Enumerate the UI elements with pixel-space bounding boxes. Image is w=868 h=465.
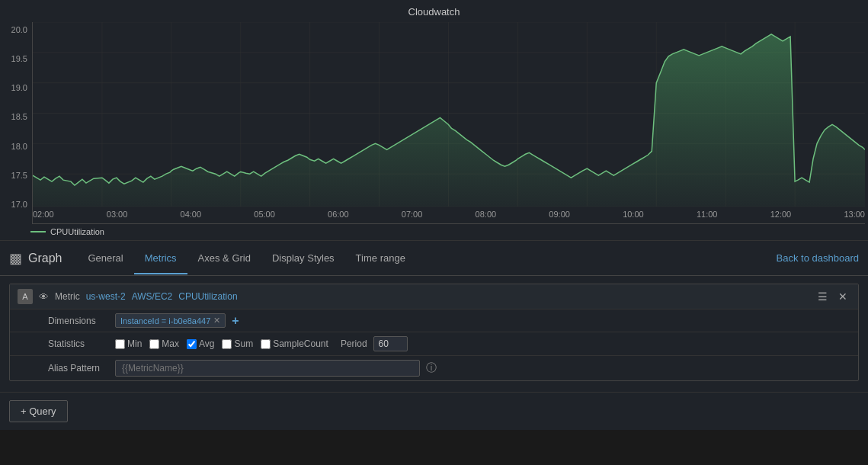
tab-metrics[interactable]: Metrics bbox=[134, 243, 187, 274]
statistics-row: Statistics Min Max Avg bbox=[10, 332, 858, 355]
tabs-bar: ▩ Graph General Metrics Axes & Grid Disp… bbox=[0, 241, 868, 276]
tab-general[interactable]: General bbox=[77, 243, 133, 274]
stat-avg: Avg bbox=[187, 338, 214, 349]
chart-area bbox=[33, 34, 865, 207]
bar-chart-icon: ▩ bbox=[9, 250, 22, 267]
x-axis: 02:00 03:00 04:00 05:00 06:00 07:00 08:0… bbox=[33, 207, 865, 223]
alias-input[interactable] bbox=[115, 360, 420, 377]
dimensions-label: Dimensions bbox=[48, 316, 109, 326]
back-to-dashboard-link[interactable]: Back to dashboard bbox=[777, 252, 859, 264]
metric-header: A 👁 Metric us-west-2 AWS/EC2 CPUUtilizat… bbox=[10, 284, 858, 309]
alias-label: Alias Pattern bbox=[48, 363, 109, 374]
metric-remove-button[interactable]: ✕ bbox=[835, 289, 850, 304]
stat-samplecount: SampleCount bbox=[261, 338, 328, 349]
chart-title: Cloudwatch bbox=[0, 6, 868, 18]
tab-axes-grid[interactable]: Axes & Grid bbox=[187, 243, 261, 274]
dimensions-row: Dimensions InstanceId = i-b0e8a447 ✕ + bbox=[10, 309, 858, 332]
chart-inner: 20.0 19.5 19.0 18.5 18.0 17.5 17.0 bbox=[0, 22, 868, 224]
metric-namespace[interactable]: AWS/EC2 bbox=[132, 291, 173, 302]
legend-color-indicator bbox=[30, 231, 46, 232]
stat-min-checkbox[interactable] bbox=[115, 339, 125, 349]
tab-time-range[interactable]: Time range bbox=[345, 243, 416, 274]
visibility-toggle-icon[interactable]: 👁 bbox=[39, 291, 49, 303]
metric-metric-name[interactable]: CPUUtilization bbox=[178, 291, 237, 302]
tab-display-styles[interactable]: Display Styles bbox=[261, 243, 345, 274]
graph-title-area: ▩ Graph bbox=[9, 250, 62, 267]
stat-sum-label: Sum bbox=[234, 338, 253, 349]
stat-max-checkbox[interactable] bbox=[149, 339, 159, 349]
chart-plot: 02:00 03:00 04:00 05:00 06:00 07:00 08:0… bbox=[32, 22, 865, 224]
stat-sum-checkbox[interactable] bbox=[222, 339, 232, 349]
metric-header-label: Metric bbox=[55, 291, 80, 302]
dimension-tag: InstanceId = i-b0e8a447 ✕ bbox=[115, 313, 226, 328]
stat-min: Min bbox=[115, 338, 142, 349]
metrics-area: A 👁 Metric us-west-2 AWS/EC2 CPUUtilizat… bbox=[0, 276, 868, 392]
graph-label: Graph bbox=[28, 252, 62, 265]
alias-help-icon[interactable]: ⓘ bbox=[426, 361, 437, 375]
add-query-bar: + Query bbox=[0, 392, 868, 430]
stat-samplecount-checkbox[interactable] bbox=[261, 339, 271, 349]
chart-container: Cloudwatch 20.0 19.5 19.0 18.5 18.0 17.5… bbox=[0, 0, 868, 240]
metric-row: A 👁 Metric us-west-2 AWS/EC2 CPUUtilizat… bbox=[9, 284, 859, 381]
y-axis: 20.0 19.5 19.0 18.5 18.0 17.5 17.0 bbox=[3, 22, 32, 224]
metric-region[interactable]: us-west-2 bbox=[86, 291, 126, 302]
dimension-remove-icon[interactable]: ✕ bbox=[213, 316, 220, 326]
row-badge: A bbox=[18, 289, 33, 304]
add-query-label: + Query bbox=[21, 406, 56, 417]
stat-sum: Sum bbox=[222, 338, 253, 349]
statistics-label: Statistics bbox=[48, 338, 109, 349]
stat-min-label: Min bbox=[127, 338, 142, 349]
metric-actions: ☰ ✕ bbox=[815, 289, 850, 304]
legend-metric-name: CPUUtilization bbox=[50, 227, 104, 236]
metric-menu-button[interactable]: ☰ bbox=[815, 289, 831, 304]
bottom-panel: ▩ Graph General Metrics Axes & Grid Disp… bbox=[0, 240, 868, 430]
stat-avg-checkbox[interactable] bbox=[187, 339, 197, 349]
chart-legend: CPUUtilization bbox=[0, 224, 868, 236]
dimension-value: InstanceId = i-b0e8a447 bbox=[120, 316, 210, 326]
add-dimension-button[interactable]: + bbox=[232, 314, 239, 328]
stat-max-label: Max bbox=[162, 338, 179, 349]
stat-max: Max bbox=[149, 338, 179, 349]
add-query-button[interactable]: + Query bbox=[9, 400, 68, 422]
period-input[interactable] bbox=[373, 336, 408, 351]
period-label: Period bbox=[341, 338, 367, 349]
stats-group: Min Max Avg Sum bbox=[115, 338, 328, 349]
alias-row: Alias Pattern ⓘ bbox=[10, 355, 858, 380]
chart-svg bbox=[33, 22, 865, 207]
stat-samplecount-label: SampleCount bbox=[273, 338, 328, 349]
stat-avg-label: Avg bbox=[199, 338, 214, 349]
